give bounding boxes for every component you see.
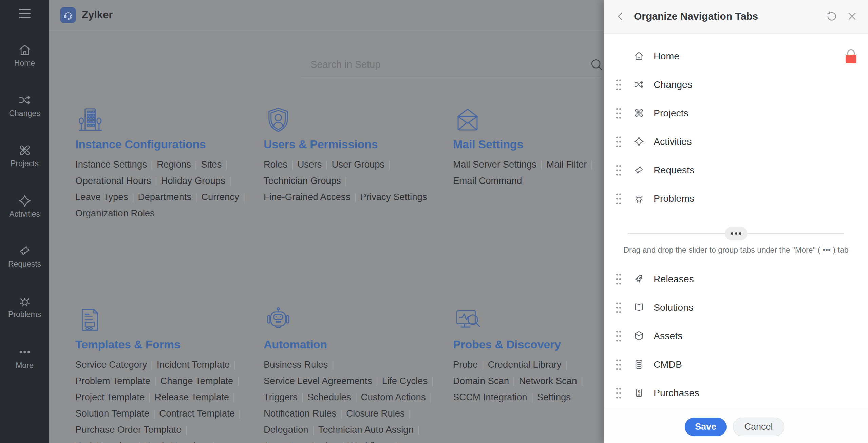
drag-handle-icon[interactable] bbox=[615, 273, 622, 286]
setup-link[interactable]: Users bbox=[297, 159, 322, 170]
reset-icon[interactable] bbox=[826, 10, 838, 22]
drag-handle-icon[interactable] bbox=[615, 358, 622, 371]
setup-link[interactable]: Email Command bbox=[453, 175, 522, 186]
setup-link[interactable]: Life Cycles bbox=[382, 375, 428, 386]
tab-row-home[interactable]: Home bbox=[604, 42, 868, 70]
tab-row-solutions[interactable]: Solutions bbox=[604, 293, 868, 322]
setup-link[interactable]: Change Template bbox=[160, 375, 233, 386]
setup-link[interactable]: Currency bbox=[201, 192, 239, 202]
tab-row-cmdb[interactable]: CMDB bbox=[604, 350, 868, 379]
setup-link[interactable]: Departments bbox=[138, 192, 191, 202]
hamburger-menu-icon[interactable] bbox=[19, 9, 31, 21]
section-title[interactable]: Mail Settings bbox=[453, 138, 597, 151]
home-icon bbox=[18, 43, 32, 57]
section-title[interactable]: Automation bbox=[264, 338, 437, 351]
search-icon[interactable] bbox=[589, 57, 604, 72]
sidebar-item-problems[interactable]: Problems bbox=[0, 294, 49, 319]
close-icon[interactable] bbox=[846, 10, 858, 22]
more-slider-handle[interactable] bbox=[725, 227, 747, 240]
sidebar-item-more[interactable]: More bbox=[0, 345, 49, 370]
setup-link[interactable]: Privacy Settings bbox=[360, 192, 427, 202]
shield-user-icon bbox=[264, 101, 427, 134]
setup-link[interactable]: Mail Filter bbox=[546, 159, 587, 170]
tab-row-activities[interactable]: Activities bbox=[604, 127, 868, 156]
setup-link[interactable]: Task Template bbox=[75, 441, 135, 443]
zylker-logo-icon bbox=[60, 7, 76, 23]
sidebar-item-activities[interactable]: Activities bbox=[0, 194, 49, 219]
cancel-button[interactable]: Cancel bbox=[733, 418, 784, 436]
setup-link[interactable]: Contract Template bbox=[159, 408, 235, 419]
drag-handle-icon[interactable] bbox=[615, 192, 622, 205]
sidebar-item-projects[interactable]: Projects bbox=[0, 143, 49, 168]
sidebar-item-changes[interactable]: Changes bbox=[0, 93, 49, 118]
tab-row-problems[interactable]: Problems bbox=[604, 184, 868, 213]
setup-link[interactable]: Instance Settings bbox=[75, 159, 147, 170]
drag-handle-icon[interactable] bbox=[615, 330, 622, 343]
setup-link[interactable]: Delegation bbox=[264, 424, 308, 435]
setup-link[interactable]: Operational Hours bbox=[75, 175, 151, 186]
setup-link[interactable]: Roles bbox=[264, 159, 287, 170]
setup-link[interactable]: Schedules bbox=[307, 392, 351, 402]
link-separator: | bbox=[430, 392, 432, 402]
setup-link[interactable]: Closure Rules bbox=[346, 408, 405, 419]
setup-link[interactable]: Notification Rules bbox=[264, 408, 336, 419]
search-input[interactable] bbox=[310, 52, 572, 77]
section-title[interactable]: Probes & Discovery bbox=[453, 338, 587, 351]
setup-link[interactable]: Organization Roles bbox=[75, 208, 155, 218]
setup-link[interactable]: Business Rules bbox=[264, 359, 328, 370]
tab-row-changes[interactable]: Changes bbox=[604, 70, 868, 99]
tab-row-requests[interactable]: Requests bbox=[604, 156, 868, 184]
link-separator: | bbox=[153, 408, 155, 419]
link-separator: | bbox=[540, 159, 543, 170]
setup-link[interactable]: Triggers bbox=[264, 392, 298, 402]
section-title[interactable]: Users & Permissions bbox=[264, 138, 427, 151]
link-separator: | bbox=[225, 159, 228, 170]
setup-link[interactable]: Credential Library bbox=[488, 359, 562, 370]
setup-link[interactable]: Service Level Agreements bbox=[264, 375, 372, 386]
setup-section-robot: AutomationBusiness Rules|Service Level A… bbox=[264, 301, 437, 443]
setup-link[interactable]: Technician Groups bbox=[264, 175, 341, 186]
setup-link[interactable]: Technician Auto Assign bbox=[318, 424, 414, 435]
setup-link[interactable]: Reply Template bbox=[145, 441, 209, 443]
setup-link[interactable]: Domain Scan bbox=[453, 375, 509, 386]
setup-link[interactable]: Network Scan bbox=[519, 375, 577, 386]
setup-link[interactable]: Release Template bbox=[154, 392, 229, 402]
tab-row-releases[interactable]: Releases bbox=[604, 265, 868, 293]
setup-link[interactable]: Incident Template bbox=[157, 359, 230, 370]
section-title[interactable]: Templates & Forms bbox=[75, 338, 245, 351]
drag-handle-icon[interactable] bbox=[615, 78, 622, 91]
tab-row-assets[interactable]: Assets bbox=[604, 322, 868, 350]
link-separator: | bbox=[154, 375, 156, 386]
setup-link[interactable]: Purchase Order Template bbox=[75, 424, 182, 435]
setup-link[interactable]: Service Category bbox=[75, 359, 147, 370]
setup-link[interactable]: SCCM Integration bbox=[453, 392, 527, 402]
link-separator: | bbox=[233, 359, 236, 370]
setup-link[interactable]: Sites bbox=[201, 159, 222, 170]
setup-link[interactable]: Solution Template bbox=[75, 408, 149, 419]
drag-handle-icon[interactable] bbox=[615, 301, 622, 314]
tab-row-projects[interactable]: Projects bbox=[604, 99, 868, 127]
setup-link[interactable]: Asset Auto Assign bbox=[264, 441, 338, 443]
section-title[interactable]: Instance Configurations bbox=[75, 138, 249, 151]
tab-row-purchases[interactable]: $Purchases bbox=[604, 379, 868, 407]
back-icon[interactable] bbox=[615, 11, 626, 22]
save-button[interactable]: Save bbox=[685, 418, 727, 436]
drag-handle-icon[interactable] bbox=[615, 387, 622, 400]
setup-link[interactable]: Fine-Grained Access bbox=[264, 192, 350, 202]
setup-link[interactable]: Probe bbox=[453, 359, 478, 370]
sidebar-item-home[interactable]: Home bbox=[0, 43, 49, 68]
setup-link[interactable]: Problem Template bbox=[75, 375, 150, 386]
setup-link[interactable]: User Groups bbox=[332, 159, 384, 170]
setup-link[interactable]: Holiday Groups bbox=[161, 175, 225, 186]
drag-handle-icon[interactable] bbox=[615, 164, 622, 177]
setup-link[interactable]: Project Template bbox=[75, 392, 145, 402]
setup-link[interactable]: Leave Types bbox=[75, 192, 128, 202]
sidebar-item-requests[interactable]: Requests bbox=[0, 244, 49, 269]
setup-link[interactable]: Settings bbox=[537, 392, 571, 402]
drag-handle-icon[interactable] bbox=[615, 107, 622, 120]
setup-link[interactable]: Regions bbox=[157, 159, 191, 170]
setup-link[interactable]: Workflows bbox=[348, 441, 391, 443]
setup-link[interactable]: Custom Actions bbox=[361, 392, 426, 402]
drag-handle-icon[interactable] bbox=[615, 135, 622, 148]
setup-link[interactable]: Mail Server Settings bbox=[453, 159, 536, 170]
